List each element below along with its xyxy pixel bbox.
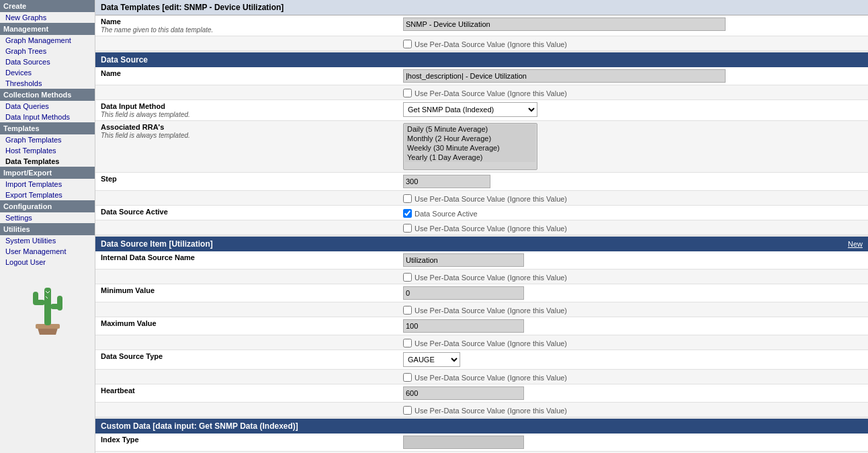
- data-source-section: Name Use Per-Data Source Value (Ignore t…: [95, 67, 868, 235]
- minval-cb-row: Use Per-Data Source Value (Ignore this V…: [95, 302, 868, 317]
- hb-label-col: Heartbeat: [101, 386, 403, 395]
- sidebar-item-new-graphs[interactable]: New Graphs: [0, 12, 95, 23]
- ds-name-row: Name: [95, 67, 868, 85]
- hb-row: Heartbeat: [95, 384, 868, 403]
- sidebar-item-export-templates[interactable]: Export Templates: [0, 190, 95, 200]
- rra-listbox[interactable]: Daily (5 Minute Average) Monthly (2 Hour…: [403, 123, 537, 170]
- minval-input[interactable]: [403, 286, 524, 300]
- dsa-per-source-checkbox[interactable]: [403, 224, 412, 233]
- hb-value-col: [403, 386, 863, 400]
- sidebar-item-host-templates[interactable]: Host Templates: [0, 145, 95, 156]
- sidebar-item-data-templates[interactable]: Data Templates: [0, 156, 95, 167]
- sidebar-item-devices[interactable]: Devices: [0, 67, 95, 78]
- sidebar-item-thresholds[interactable]: Thresholds: [0, 78, 95, 89]
- name-per-source-row: Use Per-Data Source Value (Ignore this V…: [403, 40, 567, 48]
- sidebar-section-utilities: Utilities: [0, 223, 95, 235]
- dsi-new-button[interactable]: New: [848, 240, 863, 248]
- ds-name-per-source-label: Use Per-Data Source Value (Ignore this V…: [415, 89, 567, 97]
- name-row: Name The name given to this data templat…: [95, 15, 868, 36]
- dsa-active-checkbox[interactable]: [403, 209, 412, 218]
- dsa-per-source-label: Use Per-Data Source Value (Ignore this V…: [415, 224, 567, 233]
- sidebar-section-configuration: Configuration: [0, 200, 95, 212]
- minval-per-source-checkbox[interactable]: [403, 306, 412, 315]
- name-value-col: [403, 17, 863, 31]
- dsa-value-col: Data Source Active: [403, 208, 863, 218]
- minval-label: Minimum Value: [101, 286, 396, 294]
- maxval-label: Maximum Value: [101, 319, 396, 327]
- idsn-per-source-row: Use Per-Data Source Value (Ignore this V…: [403, 273, 567, 282]
- rra-daily: Daily (5 Minute Average): [405, 124, 535, 134]
- maxval-per-source-checkbox[interactable]: [403, 339, 412, 347]
- dst-row: Data Source Type GAUGE COUNTER DERIVE AB…: [95, 350, 868, 370]
- name-per-source-checkbox[interactable]: [403, 40, 412, 48]
- sidebar-item-import-templates[interactable]: Import Templates: [0, 179, 95, 190]
- sidebar-item-data-queries[interactable]: Data Queries: [0, 101, 95, 112]
- sidebar: Create New Graphs Management Graph Manag…: [0, 0, 95, 453]
- sidebar-item-graph-trees[interactable]: Graph Trees: [0, 46, 95, 56]
- page-title: Data Templates: [101, 3, 160, 12]
- name-sublabel: The name given to this data template.: [101, 26, 213, 34]
- hb-per-source-checkbox[interactable]: [403, 406, 412, 415]
- rra-weekly: Weekly (30 Minute Average): [405, 143, 535, 153]
- ds-name-per-source-row: Use Per-Data Source Value (Ignore this V…: [403, 89, 567, 97]
- maxval-cb-row: Use Per-Data Source Value (Ignore this V…: [95, 335, 868, 350]
- sidebar-item-graph-management[interactable]: Graph Management: [0, 35, 95, 46]
- sidebar-item-data-input-methods[interactable]: Data Input Methods: [0, 112, 95, 122]
- sidebar-section-templates: Templates: [0, 122, 95, 134]
- idsn-input[interactable]: [403, 253, 524, 267]
- idsn-label-col: Internal Data Source Name: [101, 253, 403, 261]
- dsi-title: Data Source Item [Utilization]: [101, 239, 213, 249]
- idsn-label: Internal Data Source Name: [101, 253, 396, 261]
- svg-rect-4: [33, 292, 38, 305]
- ds-name-per-source-checkbox[interactable]: [403, 89, 412, 97]
- name-checkbox-row: Use Per-Data Source Value (Ignore this V…: [95, 36, 868, 51]
- idsn-cb-row: Use Per-Data Source Value (Ignore this V…: [95, 270, 868, 284]
- hb-input[interactable]: [403, 386, 524, 400]
- minval-row: Minimum Value: [95, 284, 868, 302]
- dst-value-col: GAUGE COUNTER DERIVE ABSOLUTE: [403, 352, 863, 367]
- step-checkbox-row: Use Per-Data Source Value (Ignore this V…: [95, 191, 868, 206]
- idsn-value-col: [403, 253, 863, 267]
- maxval-input[interactable]: [403, 319, 524, 333]
- cd-header: Custom Data [data input: Get SNMP Data (…: [95, 419, 868, 434]
- sidebar-section-management: Management: [0, 23, 95, 35]
- page-header: Data Templates [edit: SNMP - Device Util…: [95, 0, 868, 15]
- name-input[interactable]: [403, 17, 726, 31]
- cd-title: Custom Data [data input: Get SNMP Data (…: [101, 421, 298, 431]
- it-value-col: [403, 436, 863, 449]
- minval-per-source-row: Use Per-Data Source Value (Ignore this V…: [403, 306, 567, 315]
- sidebar-item-graph-templates[interactable]: Graph Templates: [0, 134, 95, 145]
- rra-label: Associated RRA's: [101, 123, 396, 131]
- dst-label: Data Source Type: [101, 352, 396, 360]
- ds-name-label: Name: [101, 69, 396, 77]
- idsn-per-source-checkbox[interactable]: [403, 273, 412, 282]
- dst-per-source-checkbox[interactable]: [403, 373, 412, 382]
- dst-cb-row: Use Per-Data Source Value (Ignore this V…: [95, 370, 868, 384]
- idsn-per-source-label: Use Per-Data Source Value (Ignore this V…: [415, 274, 567, 282]
- main-content: Data Templates [edit: SNMP - Device Util…: [95, 0, 868, 453]
- step-input[interactable]: [403, 175, 490, 188]
- sidebar-item-data-sources[interactable]: Data Sources: [0, 56, 95, 67]
- sidebar-item-system-utilities[interactable]: System Utilities: [0, 235, 95, 246]
- it-label: Index Type: [101, 436, 396, 444]
- step-per-source-checkbox[interactable]: [403, 194, 412, 203]
- it-input[interactable]: [403, 436, 524, 449]
- maxval-row: Maximum Value: [95, 317, 868, 335]
- hb-per-source-label: Use Per-Data Source Value (Ignore this V…: [415, 407, 567, 415]
- sidebar-item-settings[interactable]: Settings: [0, 212, 95, 223]
- sidebar-item-user-management[interactable]: User Management: [0, 246, 95, 257]
- dsa-row: Data Source Active Data Source Active: [95, 206, 868, 220]
- step-label: Step: [101, 175, 396, 183]
- dim-label: Data Input Method: [101, 102, 396, 110]
- hb-label: Heartbeat: [101, 386, 396, 395]
- step-cb-value-col: Use Per-Data Source Value (Ignore this V…: [403, 193, 863, 203]
- dst-select[interactable]: GAUGE COUNTER DERIVE ABSOLUTE: [403, 352, 460, 367]
- sidebar-item-logout-user[interactable]: Logout User: [0, 257, 95, 267]
- dsa-per-source-row: Use Per-Data Source Value (Ignore this V…: [95, 220, 868, 235]
- name-label-col: Name The name given to this data templat…: [101, 17, 403, 34]
- ds-name-input[interactable]: [403, 69, 726, 83]
- rra-yearly: Yearly (1 Day Average): [405, 153, 535, 162]
- rra-row: Associated RRA's This field is always te…: [95, 121, 868, 173]
- maxval-per-source-row: Use Per-Data Source Value (Ignore this V…: [403, 339, 567, 347]
- dim-select[interactable]: Get SNMP Data (Indexed) Get SNMP Data SN…: [403, 102, 537, 117]
